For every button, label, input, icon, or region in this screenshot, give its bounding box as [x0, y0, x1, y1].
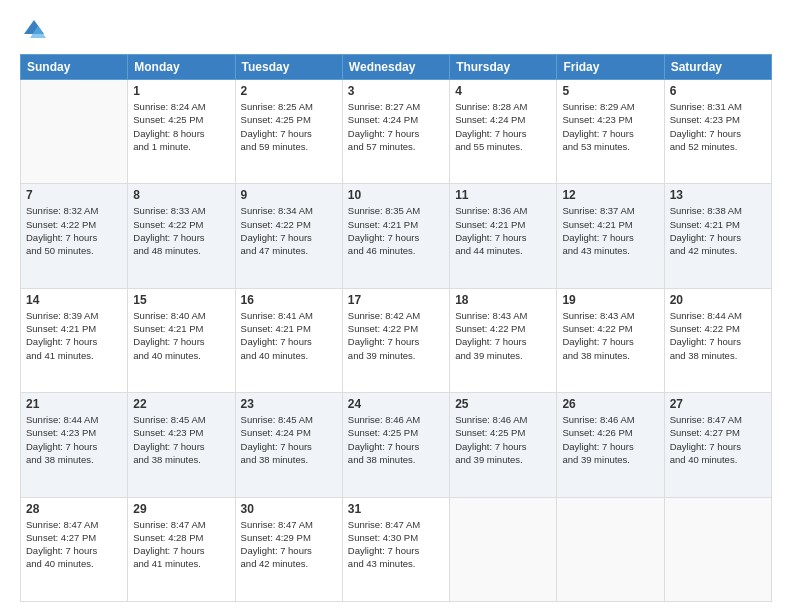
logo: [20, 16, 52, 44]
day-info: Sunrise: 8:45 AMSunset: 4:23 PMDaylight:…: [133, 413, 229, 466]
calendar-cell: 28Sunrise: 8:47 AMSunset: 4:27 PMDayligh…: [21, 497, 128, 601]
day-info: Sunrise: 8:35 AMSunset: 4:21 PMDaylight:…: [348, 204, 444, 257]
calendar-cell: [664, 497, 771, 601]
day-number: 12: [562, 188, 658, 202]
day-number: 19: [562, 293, 658, 307]
day-number: 28: [26, 502, 122, 516]
weekday-header: Thursday: [450, 55, 557, 80]
logo-icon: [20, 16, 48, 44]
day-info: Sunrise: 8:43 AMSunset: 4:22 PMDaylight:…: [562, 309, 658, 362]
day-info: Sunrise: 8:40 AMSunset: 4:21 PMDaylight:…: [133, 309, 229, 362]
day-number: 31: [348, 502, 444, 516]
day-number: 25: [455, 397, 551, 411]
calendar-cell: 15Sunrise: 8:40 AMSunset: 4:21 PMDayligh…: [128, 288, 235, 392]
day-number: 29: [133, 502, 229, 516]
day-number: 17: [348, 293, 444, 307]
page: SundayMondayTuesdayWednesdayThursdayFrid…: [0, 0, 792, 612]
calendar-week-row: 7Sunrise: 8:32 AMSunset: 4:22 PMDaylight…: [21, 184, 772, 288]
calendar-cell: 20Sunrise: 8:44 AMSunset: 4:22 PMDayligh…: [664, 288, 771, 392]
day-number: 18: [455, 293, 551, 307]
day-info: Sunrise: 8:38 AMSunset: 4:21 PMDaylight:…: [670, 204, 766, 257]
day-number: 21: [26, 397, 122, 411]
day-number: 27: [670, 397, 766, 411]
day-info: Sunrise: 8:37 AMSunset: 4:21 PMDaylight:…: [562, 204, 658, 257]
calendar-cell: 27Sunrise: 8:47 AMSunset: 4:27 PMDayligh…: [664, 393, 771, 497]
calendar-cell: 14Sunrise: 8:39 AMSunset: 4:21 PMDayligh…: [21, 288, 128, 392]
calendar-cell: 8Sunrise: 8:33 AMSunset: 4:22 PMDaylight…: [128, 184, 235, 288]
calendar-cell: [21, 80, 128, 184]
day-number: 5: [562, 84, 658, 98]
weekday-header: Monday: [128, 55, 235, 80]
calendar-cell: [557, 497, 664, 601]
day-info: Sunrise: 8:34 AMSunset: 4:22 PMDaylight:…: [241, 204, 337, 257]
calendar-cell: 21Sunrise: 8:44 AMSunset: 4:23 PMDayligh…: [21, 393, 128, 497]
calendar-cell: 29Sunrise: 8:47 AMSunset: 4:28 PMDayligh…: [128, 497, 235, 601]
weekday-header: Wednesday: [342, 55, 449, 80]
calendar-cell: 4Sunrise: 8:28 AMSunset: 4:24 PMDaylight…: [450, 80, 557, 184]
calendar-cell: 16Sunrise: 8:41 AMSunset: 4:21 PMDayligh…: [235, 288, 342, 392]
weekday-header: Friday: [557, 55, 664, 80]
day-info: Sunrise: 8:47 AMSunset: 4:28 PMDaylight:…: [133, 518, 229, 571]
calendar-cell: 2Sunrise: 8:25 AMSunset: 4:25 PMDaylight…: [235, 80, 342, 184]
weekday-header: Sunday: [21, 55, 128, 80]
calendar-cell: 18Sunrise: 8:43 AMSunset: 4:22 PMDayligh…: [450, 288, 557, 392]
calendar-cell: 10Sunrise: 8:35 AMSunset: 4:21 PMDayligh…: [342, 184, 449, 288]
day-number: 11: [455, 188, 551, 202]
calendar-cell: 23Sunrise: 8:45 AMSunset: 4:24 PMDayligh…: [235, 393, 342, 497]
calendar-cell: 11Sunrise: 8:36 AMSunset: 4:21 PMDayligh…: [450, 184, 557, 288]
day-number: 4: [455, 84, 551, 98]
weekday-header: Tuesday: [235, 55, 342, 80]
calendar-cell: 9Sunrise: 8:34 AMSunset: 4:22 PMDaylight…: [235, 184, 342, 288]
day-info: Sunrise: 8:39 AMSunset: 4:21 PMDaylight:…: [26, 309, 122, 362]
day-info: Sunrise: 8:46 AMSunset: 4:26 PMDaylight:…: [562, 413, 658, 466]
day-info: Sunrise: 8:29 AMSunset: 4:23 PMDaylight:…: [562, 100, 658, 153]
day-number: 26: [562, 397, 658, 411]
calendar-cell: 19Sunrise: 8:43 AMSunset: 4:22 PMDayligh…: [557, 288, 664, 392]
weekday-header: Saturday: [664, 55, 771, 80]
day-info: Sunrise: 8:33 AMSunset: 4:22 PMDaylight:…: [133, 204, 229, 257]
day-number: 10: [348, 188, 444, 202]
calendar-cell: 3Sunrise: 8:27 AMSunset: 4:24 PMDaylight…: [342, 80, 449, 184]
calendar-cell: 1Sunrise: 8:24 AMSunset: 4:25 PMDaylight…: [128, 80, 235, 184]
day-number: 20: [670, 293, 766, 307]
day-info: Sunrise: 8:31 AMSunset: 4:23 PMDaylight:…: [670, 100, 766, 153]
calendar-cell: 25Sunrise: 8:46 AMSunset: 4:25 PMDayligh…: [450, 393, 557, 497]
day-number: 8: [133, 188, 229, 202]
day-info: Sunrise: 8:44 AMSunset: 4:22 PMDaylight:…: [670, 309, 766, 362]
day-number: 14: [26, 293, 122, 307]
calendar-cell: 12Sunrise: 8:37 AMSunset: 4:21 PMDayligh…: [557, 184, 664, 288]
day-info: Sunrise: 8:47 AMSunset: 4:27 PMDaylight:…: [26, 518, 122, 571]
day-info: Sunrise: 8:44 AMSunset: 4:23 PMDaylight:…: [26, 413, 122, 466]
day-number: 6: [670, 84, 766, 98]
day-number: 22: [133, 397, 229, 411]
day-info: Sunrise: 8:25 AMSunset: 4:25 PMDaylight:…: [241, 100, 337, 153]
calendar-header-row: SundayMondayTuesdayWednesdayThursdayFrid…: [21, 55, 772, 80]
calendar-cell: 17Sunrise: 8:42 AMSunset: 4:22 PMDayligh…: [342, 288, 449, 392]
calendar-cell: [450, 497, 557, 601]
day-info: Sunrise: 8:42 AMSunset: 4:22 PMDaylight:…: [348, 309, 444, 362]
calendar-cell: 22Sunrise: 8:45 AMSunset: 4:23 PMDayligh…: [128, 393, 235, 497]
day-info: Sunrise: 8:28 AMSunset: 4:24 PMDaylight:…: [455, 100, 551, 153]
day-info: Sunrise: 8:41 AMSunset: 4:21 PMDaylight:…: [241, 309, 337, 362]
day-info: Sunrise: 8:32 AMSunset: 4:22 PMDaylight:…: [26, 204, 122, 257]
calendar-week-row: 1Sunrise: 8:24 AMSunset: 4:25 PMDaylight…: [21, 80, 772, 184]
calendar-cell: 5Sunrise: 8:29 AMSunset: 4:23 PMDaylight…: [557, 80, 664, 184]
calendar-cell: 24Sunrise: 8:46 AMSunset: 4:25 PMDayligh…: [342, 393, 449, 497]
day-info: Sunrise: 8:45 AMSunset: 4:24 PMDaylight:…: [241, 413, 337, 466]
day-number: 15: [133, 293, 229, 307]
day-number: 3: [348, 84, 444, 98]
day-number: 13: [670, 188, 766, 202]
day-info: Sunrise: 8:46 AMSunset: 4:25 PMDaylight:…: [348, 413, 444, 466]
day-info: Sunrise: 8:27 AMSunset: 4:24 PMDaylight:…: [348, 100, 444, 153]
calendar-week-row: 28Sunrise: 8:47 AMSunset: 4:27 PMDayligh…: [21, 497, 772, 601]
day-number: 24: [348, 397, 444, 411]
calendar-cell: 7Sunrise: 8:32 AMSunset: 4:22 PMDaylight…: [21, 184, 128, 288]
calendar-cell: 13Sunrise: 8:38 AMSunset: 4:21 PMDayligh…: [664, 184, 771, 288]
calendar-week-row: 21Sunrise: 8:44 AMSunset: 4:23 PMDayligh…: [21, 393, 772, 497]
day-info: Sunrise: 8:47 AMSunset: 4:29 PMDaylight:…: [241, 518, 337, 571]
calendar-week-row: 14Sunrise: 8:39 AMSunset: 4:21 PMDayligh…: [21, 288, 772, 392]
day-info: Sunrise: 8:47 AMSunset: 4:27 PMDaylight:…: [670, 413, 766, 466]
day-number: 23: [241, 397, 337, 411]
day-info: Sunrise: 8:46 AMSunset: 4:25 PMDaylight:…: [455, 413, 551, 466]
day-number: 7: [26, 188, 122, 202]
